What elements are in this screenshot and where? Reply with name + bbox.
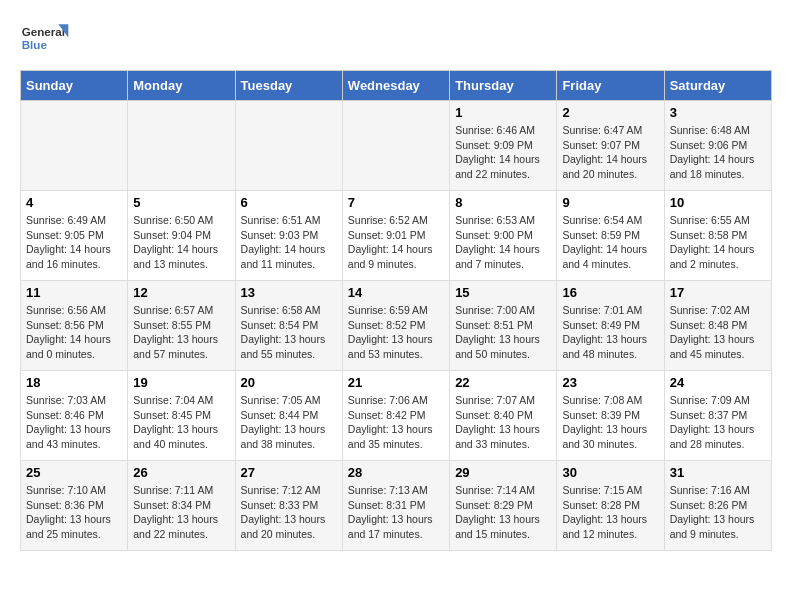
day-cell: 8Sunrise: 6:53 AMSunset: 9:00 PMDaylight… <box>450 191 557 281</box>
day-info: Sunrise: 6:47 AMSunset: 9:07 PMDaylight:… <box>562 123 658 182</box>
day-cell: 27Sunrise: 7:12 AMSunset: 8:33 PMDayligh… <box>235 461 342 551</box>
logo-svg: General Blue <box>20 20 70 60</box>
day-cell: 7Sunrise: 6:52 AMSunset: 9:01 PMDaylight… <box>342 191 449 281</box>
day-number: 8 <box>455 195 551 210</box>
day-number: 23 <box>562 375 658 390</box>
svg-text:General: General <box>22 25 65 38</box>
day-cell: 29Sunrise: 7:14 AMSunset: 8:29 PMDayligh… <box>450 461 557 551</box>
day-info: Sunrise: 6:48 AMSunset: 9:06 PMDaylight:… <box>670 123 766 182</box>
day-number: 27 <box>241 465 337 480</box>
day-number: 11 <box>26 285 122 300</box>
day-cell: 2Sunrise: 6:47 AMSunset: 9:07 PMDaylight… <box>557 101 664 191</box>
day-header-friday: Friday <box>557 71 664 101</box>
day-info: Sunrise: 7:16 AMSunset: 8:26 PMDaylight:… <box>670 483 766 542</box>
day-info: Sunrise: 6:46 AMSunset: 9:09 PMDaylight:… <box>455 123 551 182</box>
day-cell: 31Sunrise: 7:16 AMSunset: 8:26 PMDayligh… <box>664 461 771 551</box>
day-cell: 13Sunrise: 6:58 AMSunset: 8:54 PMDayligh… <box>235 281 342 371</box>
week-row-2: 4Sunrise: 6:49 AMSunset: 9:05 PMDaylight… <box>21 191 772 281</box>
day-cell: 21Sunrise: 7:06 AMSunset: 8:42 PMDayligh… <box>342 371 449 461</box>
week-row-1: 1Sunrise: 6:46 AMSunset: 9:09 PMDaylight… <box>21 101 772 191</box>
day-number: 1 <box>455 105 551 120</box>
day-info: Sunrise: 7:10 AMSunset: 8:36 PMDaylight:… <box>26 483 122 542</box>
day-number: 28 <box>348 465 444 480</box>
day-cell <box>235 101 342 191</box>
day-number: 6 <box>241 195 337 210</box>
day-number: 2 <box>562 105 658 120</box>
day-header-monday: Monday <box>128 71 235 101</box>
day-info: Sunrise: 7:11 AMSunset: 8:34 PMDaylight:… <box>133 483 229 542</box>
day-info: Sunrise: 6:52 AMSunset: 9:01 PMDaylight:… <box>348 213 444 272</box>
day-number: 14 <box>348 285 444 300</box>
day-number: 29 <box>455 465 551 480</box>
day-number: 17 <box>670 285 766 300</box>
day-cell: 14Sunrise: 6:59 AMSunset: 8:52 PMDayligh… <box>342 281 449 371</box>
day-info: Sunrise: 7:05 AMSunset: 8:44 PMDaylight:… <box>241 393 337 452</box>
day-cell: 5Sunrise: 6:50 AMSunset: 9:04 PMDaylight… <box>128 191 235 281</box>
day-info: Sunrise: 7:12 AMSunset: 8:33 PMDaylight:… <box>241 483 337 542</box>
day-info: Sunrise: 7:15 AMSunset: 8:28 PMDaylight:… <box>562 483 658 542</box>
day-cell: 10Sunrise: 6:55 AMSunset: 8:58 PMDayligh… <box>664 191 771 281</box>
day-number: 13 <box>241 285 337 300</box>
day-cell: 19Sunrise: 7:04 AMSunset: 8:45 PMDayligh… <box>128 371 235 461</box>
day-number: 16 <box>562 285 658 300</box>
day-info: Sunrise: 6:55 AMSunset: 8:58 PMDaylight:… <box>670 213 766 272</box>
day-cell: 12Sunrise: 6:57 AMSunset: 8:55 PMDayligh… <box>128 281 235 371</box>
day-info: Sunrise: 7:14 AMSunset: 8:29 PMDaylight:… <box>455 483 551 542</box>
day-info: Sunrise: 6:49 AMSunset: 9:05 PMDaylight:… <box>26 213 122 272</box>
day-number: 10 <box>670 195 766 210</box>
day-cell: 16Sunrise: 7:01 AMSunset: 8:49 PMDayligh… <box>557 281 664 371</box>
day-info: Sunrise: 7:04 AMSunset: 8:45 PMDaylight:… <box>133 393 229 452</box>
day-header-thursday: Thursday <box>450 71 557 101</box>
day-number: 31 <box>670 465 766 480</box>
day-number: 26 <box>133 465 229 480</box>
day-info: Sunrise: 6:56 AMSunset: 8:56 PMDaylight:… <box>26 303 122 362</box>
day-number: 9 <box>562 195 658 210</box>
svg-text:Blue: Blue <box>22 38 48 51</box>
day-cell <box>128 101 235 191</box>
week-row-3: 11Sunrise: 6:56 AMSunset: 8:56 PMDayligh… <box>21 281 772 371</box>
day-info: Sunrise: 7:06 AMSunset: 8:42 PMDaylight:… <box>348 393 444 452</box>
day-cell: 15Sunrise: 7:00 AMSunset: 8:51 PMDayligh… <box>450 281 557 371</box>
day-info: Sunrise: 7:03 AMSunset: 8:46 PMDaylight:… <box>26 393 122 452</box>
day-info: Sunrise: 6:58 AMSunset: 8:54 PMDaylight:… <box>241 303 337 362</box>
day-number: 12 <box>133 285 229 300</box>
header: General Blue <box>20 20 772 60</box>
day-cell: 3Sunrise: 6:48 AMSunset: 9:06 PMDaylight… <box>664 101 771 191</box>
day-cell: 4Sunrise: 6:49 AMSunset: 9:05 PMDaylight… <box>21 191 128 281</box>
day-cell: 26Sunrise: 7:11 AMSunset: 8:34 PMDayligh… <box>128 461 235 551</box>
day-number: 22 <box>455 375 551 390</box>
day-info: Sunrise: 7:00 AMSunset: 8:51 PMDaylight:… <box>455 303 551 362</box>
day-cell: 28Sunrise: 7:13 AMSunset: 8:31 PMDayligh… <box>342 461 449 551</box>
day-number: 19 <box>133 375 229 390</box>
day-number: 3 <box>670 105 766 120</box>
week-row-5: 25Sunrise: 7:10 AMSunset: 8:36 PMDayligh… <box>21 461 772 551</box>
day-info: Sunrise: 7:09 AMSunset: 8:37 PMDaylight:… <box>670 393 766 452</box>
day-cell: 23Sunrise: 7:08 AMSunset: 8:39 PMDayligh… <box>557 371 664 461</box>
day-info: Sunrise: 7:08 AMSunset: 8:39 PMDaylight:… <box>562 393 658 452</box>
day-info: Sunrise: 7:13 AMSunset: 8:31 PMDaylight:… <box>348 483 444 542</box>
day-cell <box>21 101 128 191</box>
day-header-wednesday: Wednesday <box>342 71 449 101</box>
day-cell: 20Sunrise: 7:05 AMSunset: 8:44 PMDayligh… <box>235 371 342 461</box>
day-info: Sunrise: 6:59 AMSunset: 8:52 PMDaylight:… <box>348 303 444 362</box>
day-info: Sunrise: 6:54 AMSunset: 8:59 PMDaylight:… <box>562 213 658 272</box>
day-cell: 30Sunrise: 7:15 AMSunset: 8:28 PMDayligh… <box>557 461 664 551</box>
day-cell <box>342 101 449 191</box>
day-cell: 17Sunrise: 7:02 AMSunset: 8:48 PMDayligh… <box>664 281 771 371</box>
day-info: Sunrise: 7:01 AMSunset: 8:49 PMDaylight:… <box>562 303 658 362</box>
header-row: SundayMondayTuesdayWednesdayThursdayFrid… <box>21 71 772 101</box>
day-info: Sunrise: 6:50 AMSunset: 9:04 PMDaylight:… <box>133 213 229 272</box>
day-cell: 6Sunrise: 6:51 AMSunset: 9:03 PMDaylight… <box>235 191 342 281</box>
day-info: Sunrise: 6:51 AMSunset: 9:03 PMDaylight:… <box>241 213 337 272</box>
day-cell: 22Sunrise: 7:07 AMSunset: 8:40 PMDayligh… <box>450 371 557 461</box>
day-number: 15 <box>455 285 551 300</box>
calendar-table: SundayMondayTuesdayWednesdayThursdayFrid… <box>20 70 772 551</box>
day-header-sunday: Sunday <box>21 71 128 101</box>
day-cell: 9Sunrise: 6:54 AMSunset: 8:59 PMDaylight… <box>557 191 664 281</box>
day-number: 24 <box>670 375 766 390</box>
day-number: 30 <box>562 465 658 480</box>
day-number: 5 <box>133 195 229 210</box>
day-number: 20 <box>241 375 337 390</box>
day-number: 4 <box>26 195 122 210</box>
day-number: 18 <box>26 375 122 390</box>
